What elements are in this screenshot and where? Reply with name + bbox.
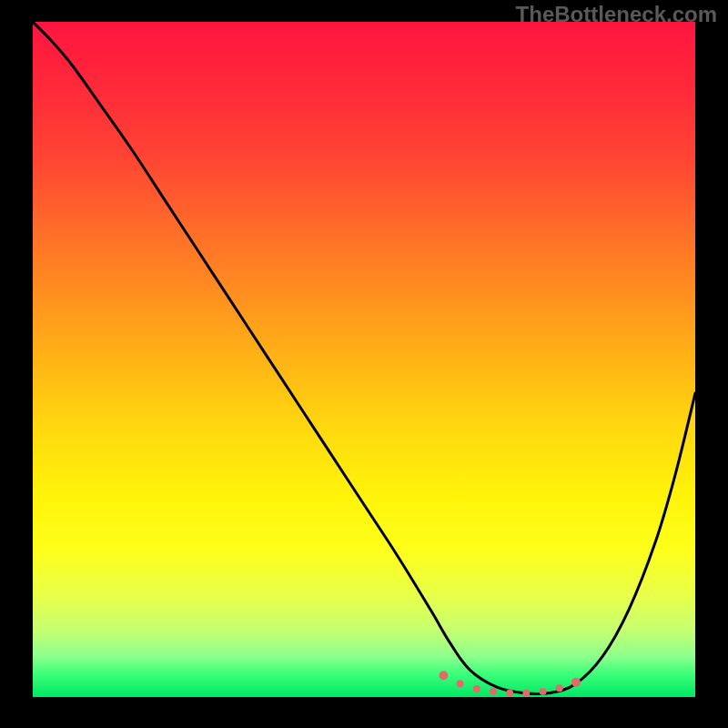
marker-dot	[490, 688, 497, 695]
chart-frame: TheBottleneck.com	[0, 0, 728, 728]
marker-dot	[540, 688, 547, 695]
bottleneck-curve-chart	[0, 0, 728, 728]
marker-dot	[439, 671, 448, 680]
marker-dot	[556, 684, 563, 692]
marker-dot	[473, 685, 480, 693]
marker-dot	[522, 690, 530, 697]
marker-dot	[457, 680, 464, 687]
gradient-background	[33, 22, 695, 697]
marker-dot	[571, 678, 581, 687]
marker-dot	[506, 690, 513, 697]
watermark-text: TheBottleneck.com	[516, 2, 717, 27]
